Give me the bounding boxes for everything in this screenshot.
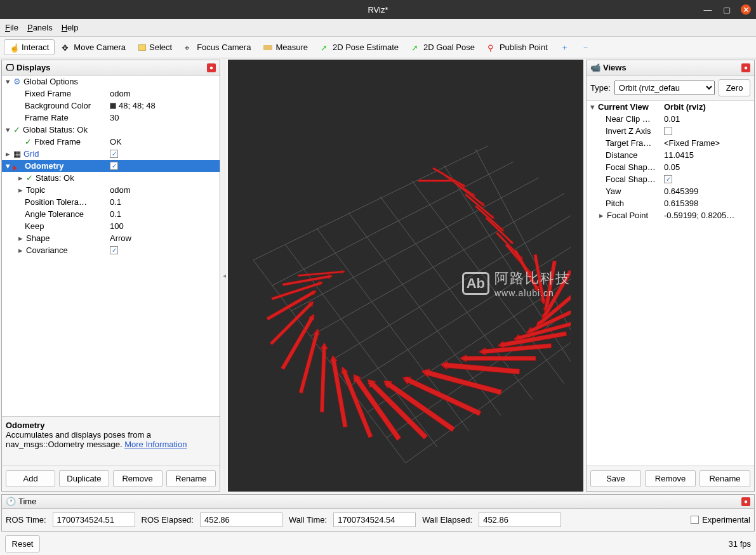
pose-estimate-button[interactable]: ➚2D Pose Estimate [315, 39, 404, 55]
arrow-green-icon: ➚ [321, 43, 329, 52]
fps-label: 31 fps [729, 539, 751, 549]
ros-time-field[interactable] [53, 513, 135, 527]
ros-time-label: ROS Time: [6, 515, 46, 525]
odometry-icon [13, 163, 22, 169]
experimental-checkbox[interactable]: Experimental [691, 515, 750, 525]
close-panel-icon[interactable]: ● [741, 497, 750, 506]
svg-rect-57 [299, 331, 319, 393]
reset-button[interactable]: Reset [5, 535, 40, 552]
gear-icon: ⚙ [13, 77, 21, 86]
wall-time-label: Wall Time: [289, 515, 327, 525]
svg-rect-55 [320, 345, 326, 412]
svg-rect-69 [298, 270, 342, 276]
invert-z-checkbox[interactable] [664, 127, 672, 135]
covariance-checkbox[interactable]: ✓ [110, 246, 118, 254]
svg-rect-37 [463, 356, 536, 360]
move-camera-button[interactable]: ✥Move Camera [56, 39, 131, 55]
arrow-green-icon: ➚ [411, 43, 420, 52]
remove-button[interactable]: Remove [113, 470, 162, 487]
clock-icon: 🕐 [6, 497, 16, 506]
splitter-left[interactable] [222, 58, 227, 493]
ros-elapsed-field[interactable] [200, 513, 282, 527]
interact-icon: ☝ [10, 43, 18, 52]
color-swatch [110, 103, 116, 109]
measure-icon [263, 45, 272, 50]
menu-panels[interactable]: Panels [27, 23, 53, 32]
close-panel-icon[interactable]: ● [207, 63, 216, 72]
save-view-button[interactable]: Save [590, 470, 641, 487]
zero-button[interactable]: Zero [719, 79, 750, 96]
svg-rect-9 [465, 193, 493, 218]
remove-view-button[interactable]: Remove [645, 470, 696, 487]
remove-tool-button[interactable]: － [576, 39, 595, 56]
svg-rect-7 [454, 181, 483, 204]
check-icon: ✓ [13, 125, 20, 134]
svg-rect-53 [331, 358, 347, 428]
rename-view-button[interactable]: Rename [700, 470, 750, 487]
grid-checkbox[interactable]: ✓ [110, 150, 118, 158]
wall-elapsed-label: Wall Elapsed: [422, 515, 472, 525]
plus-icon: ＋ [560, 42, 569, 53]
ros-elapsed-label: ROS Elapsed: [142, 515, 194, 525]
window-titlebar: RViz* — ▢ ✕ [0, 0, 756, 19]
check-icon: ✓ [25, 137, 32, 147]
menu-file[interactable]: FFileile [5, 23, 18, 32]
wall-elapsed-field[interactable] [479, 513, 561, 527]
displays-icon: 🖵 [6, 63, 14, 72]
minus-icon: － [581, 42, 590, 53]
check-icon: ✓ [26, 173, 33, 183]
type-label: Type: [590, 83, 611, 93]
views-icon: 📹 [590, 63, 600, 72]
move-camera-icon: ✥ [62, 43, 70, 52]
focus-camera-button[interactable]: ⌖Focus Camera [179, 39, 256, 55]
minimize-icon[interactable]: — [703, 4, 713, 15]
more-info-link[interactable]: More Information [124, 440, 187, 449]
select-icon [138, 44, 146, 51]
add-button[interactable]: Add [6, 470, 55, 487]
svg-rect-13 [486, 217, 512, 242]
view-type-select[interactable]: Orbit (rviz_defau [614, 81, 715, 95]
toolbar: ☝Interact ✥Move Camera Select ⌖Focus Cam… [0, 37, 756, 58]
status-bar: Reset 31 fps [0, 533, 756, 555]
views-title: Views [603, 63, 627, 72]
wall-time-field[interactable] [333, 513, 416, 527]
close-icon[interactable]: ✕ [741, 4, 751, 15]
views-tree[interactable]: ▾Current ViewOrbit (rviz) Near Clip …0.0… [587, 101, 754, 466]
close-panel-icon[interactable]: ● [741, 63, 750, 72]
maximize-icon[interactable]: ▢ [722, 4, 732, 15]
odometry-display[interactable]: ▾Odometry✓ [2, 160, 220, 172]
displays-panel: 🖵Displays ● ▾⚙Global Options Fixed Frame… [1, 60, 220, 492]
display-description: Odometry Accumulates and displays poses … [2, 416, 220, 466]
svg-rect-61 [270, 302, 312, 344]
svg-rect-11 [475, 205, 502, 230]
focus-camera-icon: ⌖ [185, 43, 194, 52]
add-tool-button[interactable]: ＋ [555, 39, 574, 56]
focal-shape-checkbox[interactable]: ✓ [664, 175, 672, 183]
svg-rect-1 [418, 180, 453, 181]
window-title: RViz* [368, 5, 388, 15]
goal-pose-button[interactable]: ➚2D Goal Pose [406, 39, 481, 55]
menubar: FFileile Panels Help [0, 19, 756, 37]
3d-viewport[interactable]: Ab 阿路比科技www.alubi.cn [228, 60, 583, 492]
publish-point-button[interactable]: ⚲Publish Point [482, 39, 554, 55]
grid-icon: ▦ [13, 149, 21, 159]
measure-button[interactable]: Measure [258, 39, 314, 55]
displays-tree[interactable]: ▾⚙Global Options Fixed Frameodom Backgro… [2, 75, 220, 416]
pin-icon: ⚲ [487, 43, 496, 52]
views-panel: 📹Views ● Type: Orbit (rviz_defau Zero ▾C… [586, 60, 755, 492]
odometry-checkbox[interactable]: ✓ [110, 162, 118, 170]
interact-button[interactable]: ☝Interact [4, 39, 55, 55]
menu-help[interactable]: Help [62, 23, 79, 32]
rename-button[interactable]: Rename [166, 470, 216, 487]
watermark: Ab 阿路比科技www.alubi.cn [462, 269, 571, 298]
duplicate-button[interactable]: Duplicate [59, 470, 109, 487]
time-panel: 🕐Time ● ROS Time: ROS Elapsed: Wall Time… [1, 494, 755, 532]
displays-title: Displays [17, 63, 50, 72]
select-button[interactable]: Select [133, 39, 178, 55]
